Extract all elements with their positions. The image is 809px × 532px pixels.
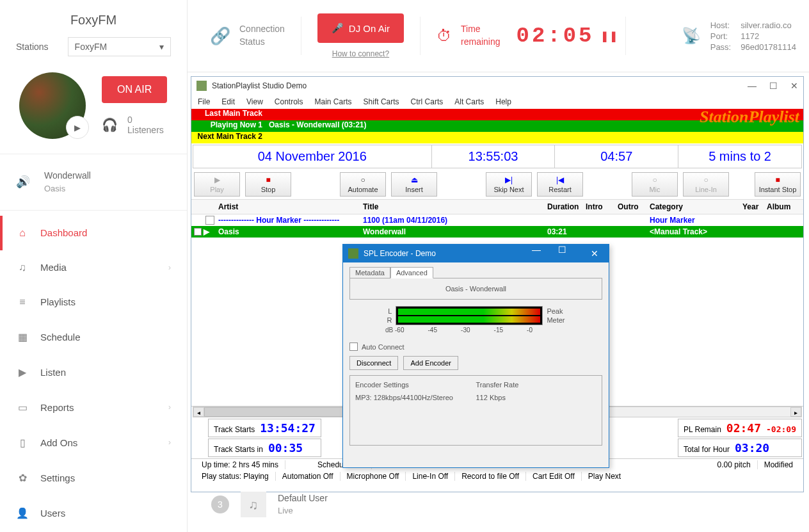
tab-metadata[interactable]: Metadata (349, 267, 390, 278)
automate-button[interactable]: ○Automate (340, 172, 386, 197)
nav-media[interactable]: ♫Media› (0, 250, 187, 285)
spl-titlebar[interactable]: StationPlaylist Studio Demo ― ☐ ✕ (191, 77, 803, 95)
restart-button[interactable]: |◀Restart (537, 172, 583, 197)
nav-listen[interactable]: ▶Listen (0, 355, 187, 390)
menu-view[interactable]: View (246, 97, 263, 106)
chevron-right-icon: › (168, 263, 171, 272)
skip-next-button[interactable]: ▶|Skip Next (486, 172, 532, 197)
nav-dashboard[interactable]: ⌂Dashboard (0, 216, 187, 250)
encoder-maximize[interactable]: ☐ (549, 245, 575, 262)
user-status: Live (278, 505, 328, 517)
play-button[interactable]: ▶Play (194, 172, 240, 197)
maximize-button[interactable]: ☐ (769, 81, 778, 91)
headphones-icon: 🎧 (102, 117, 118, 133)
col-artist[interactable]: Artist (214, 202, 363, 211)
transfer-rate-value: 112 Kbps (476, 394, 597, 401)
col-year[interactable]: Year (742, 202, 767, 211)
nav-schedule[interactable]: ▦Schedule (0, 319, 187, 355)
pass-value: 96ed01781114 (741, 42, 796, 52)
last-track-label: Last Main Track (191, 109, 265, 120)
nav-reports[interactable]: ▭Reports› (0, 390, 187, 425)
avatar-play-button[interactable]: ▶ (66, 116, 89, 139)
encoder-title: SPL Encoder - Demo (364, 249, 524, 258)
close-button[interactable]: ✕ (790, 81, 798, 91)
menu-ctrlcarts[interactable]: Ctrl Carts (411, 97, 444, 106)
status-uptime: Up time: 2 hrs 45 mins (195, 460, 285, 469)
on-air-button[interactable]: ON AIR (102, 76, 167, 103)
phone-icon: ▯ (16, 437, 29, 449)
stopwatch-icon: ⏱ (437, 27, 452, 45)
status-mic: Microphone Off (340, 472, 406, 481)
nav-addons[interactable]: ▯Add Ons› (0, 425, 187, 460)
instant-stop-button[interactable]: ■Instant Stop (755, 172, 801, 197)
home-icon: ⌂ (16, 227, 29, 239)
autoconnect-label: Auto Connect (362, 343, 404, 351)
chart-icon: ▭ (16, 401, 29, 414)
user-icon: 👤 (16, 507, 29, 519)
scroll-left-icon[interactable]: ◂ (193, 407, 204, 417)
row-checkbox[interactable] (194, 228, 202, 236)
insert-button[interactable]: ⏏Insert (391, 172, 437, 197)
bottom-user-row[interactable]: 3 ♫ Default User Live (211, 492, 328, 517)
conn-label-1: Connection (239, 23, 285, 36)
menu-altcarts[interactable]: Alt Carts (454, 97, 484, 106)
nav-settings[interactable]: ✿Settings (0, 460, 187, 496)
play-icon: ▶ (16, 366, 29, 378)
host-label: Host: (710, 20, 732, 30)
nav-playlists[interactable]: ≡Playlists (0, 285, 187, 319)
user-number-badge: 3 (211, 496, 229, 513)
list-icon: ≡ (16, 296, 29, 308)
status-playnext: Play Next (582, 472, 627, 481)
encoder-titlebar[interactable]: SPL Encoder - Demo ― ☐ ✕ (343, 245, 609, 262)
encoder-settings-box: Encoder Settings Transfer Rate MP3: 128k… (349, 375, 602, 446)
stations-label: Stations (16, 42, 49, 52)
conn-label-2: Status (239, 36, 285, 49)
scroll-right-icon[interactable]: ▸ (790, 407, 801, 417)
menu-edit[interactable]: Edit (221, 97, 235, 106)
nav-label: Media (40, 262, 67, 273)
disconnect-button[interactable]: Disconnect (349, 356, 398, 370)
menu-file[interactable]: File (198, 97, 210, 106)
how-to-connect-link[interactable]: How to connect? (332, 49, 389, 58)
tab-advanced[interactable]: Advanced (390, 267, 433, 278)
table-row[interactable]: ▶ Oasis Wonderwall 03:21 <Manual Track> (191, 226, 803, 238)
menu-shiftcarts[interactable]: Shift Carts (364, 97, 399, 106)
menu-controls[interactable]: Controls (275, 97, 303, 106)
col-album[interactable]: Album (767, 202, 803, 211)
minimize-button[interactable]: ― (748, 81, 757, 91)
port-value: 1172 (741, 31, 796, 41)
col-outro[interactable]: Outro (618, 202, 650, 211)
nav-users[interactable]: 👤Users (0, 496, 187, 531)
col-duration[interactable]: Duration (547, 202, 586, 211)
encoder-close[interactable]: ✕ (580, 245, 609, 262)
now-playing-label: Playing Now 1 (191, 120, 265, 132)
dj-label: DJ On Air (349, 23, 390, 34)
nowplaying-artist: Oasis (44, 182, 91, 195)
encoder-minimize[interactable]: ― (524, 245, 549, 262)
nav-label: Playlists (40, 296, 76, 307)
col-category[interactable]: Category (650, 202, 742, 211)
nav-label: Listen (40, 367, 66, 378)
autoconnect-checkbox[interactable] (349, 343, 358, 351)
user-name: Default User (278, 492, 328, 505)
status-automation: Automation Off (276, 472, 340, 481)
meter-label: Meter (547, 316, 565, 325)
nav-label: Dashboard (40, 227, 87, 238)
menu-maincarts[interactable]: Main Carts (315, 97, 352, 106)
col-title[interactable]: Title (363, 202, 547, 211)
station-title: FoxyFM (16, 13, 171, 28)
channel-left-label: L (387, 307, 392, 316)
chevron-right-icon: › (168, 438, 171, 447)
station-select-value: FoxyFM (75, 42, 108, 52)
table-row[interactable]: -------------- Hour Marker -------------… (191, 214, 803, 226)
mic-button[interactable]: ○Mic (632, 172, 678, 197)
mic-icon: 🎤 (332, 22, 344, 34)
stop-button[interactable]: ■Stop (245, 172, 291, 197)
linein-button[interactable]: ○Line-In (683, 172, 729, 197)
station-select[interactable]: FoxyFM ▾ (68, 37, 171, 56)
col-intro[interactable]: Intro (586, 202, 618, 211)
add-encoder-button[interactable]: Add Encoder (403, 356, 458, 370)
menu-help[interactable]: Help (495, 97, 511, 106)
calendar-icon: ▦ (16, 331, 29, 343)
dj-on-air-button[interactable]: 🎤 DJ On Air (317, 13, 404, 43)
